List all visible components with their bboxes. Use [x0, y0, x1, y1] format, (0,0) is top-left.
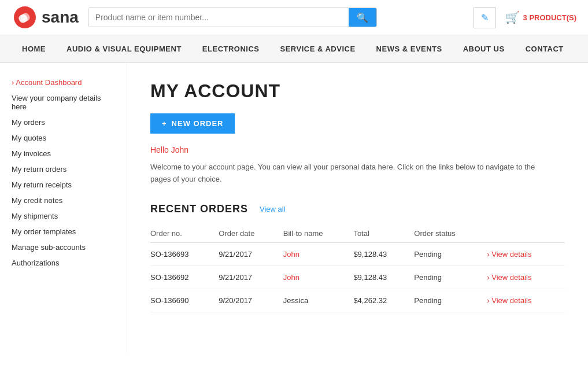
nav-home[interactable]: HOME — [12, 35, 56, 62]
col-order-date: Order date — [219, 224, 283, 243]
order-number: SO-136690 — [150, 289, 219, 312]
order-view-details[interactable]: › View details — [487, 266, 565, 289]
logo-icon — [12, 6, 38, 29]
search-button[interactable]: 🔍 — [349, 8, 376, 27]
bill-to-name: John — [283, 266, 354, 289]
search-icon: 🔍 — [357, 13, 368, 23]
col-status: Order status — [414, 224, 487, 243]
sidebar-item-dashboard[interactable]: › Account Dashboard — [12, 75, 115, 90]
sidebar-item-company[interactable]: View your company details here — [12, 90, 115, 115]
order-status: Pending — [414, 266, 487, 289]
sidebar-item-credit-notes[interactable]: My credit notes — [12, 193, 115, 208]
sidebar-item-orders[interactable]: My orders — [12, 115, 115, 130]
sidebar-item-return-receipts[interactable]: My return receipts — [12, 177, 115, 193]
sidebar: › Account Dashboard View your company de… — [0, 63, 127, 352]
sidebar-item-order-templates[interactable]: My order templates — [12, 224, 115, 239]
cart[interactable]: 🛒 3 PRODUCT(S) — [505, 10, 576, 24]
recent-orders-title: RECENT ORDERS — [150, 203, 248, 215]
logo[interactable]: sana — [12, 6, 79, 29]
edit-button[interactable]: ✎ — [474, 7, 496, 28]
sidebar-item-sub-accounts[interactable]: Manage sub-accounts — [12, 239, 115, 255]
orders-table: Order no. Order date Bill-to name Total … — [150, 224, 565, 312]
welcome-text: Welcome to your account page. You can vi… — [150, 161, 543, 186]
nav-audio[interactable]: AUDIO & VISUAL EQUIPMENT — [56, 35, 192, 62]
nav-news[interactable]: NEWS & EVENTS — [366, 35, 453, 62]
bill-to-name: Jessica — [283, 289, 354, 312]
order-date: 9/21/2017 — [219, 242, 283, 266]
order-date: 9/20/2017 — [219, 289, 283, 312]
main-content: MY ACCOUNT + NEW ORDER Hello John Welcom… — [127, 63, 588, 352]
search-input[interactable] — [88, 8, 349, 27]
order-number: SO-136692 — [150, 266, 219, 289]
logo-text: sana — [42, 8, 79, 27]
bill-to-name: John — [283, 242, 354, 266]
sidebar-item-return-orders[interactable]: My return orders — [12, 161, 115, 177]
order-total: $9,128.43 — [353, 242, 414, 266]
nav-contact[interactable]: CONTACT — [515, 35, 574, 62]
hello-text: Hello John — [150, 145, 565, 154]
order-total: $4,262.32 — [353, 289, 414, 312]
sidebar-item-quotes[interactable]: My quotes — [12, 130, 115, 146]
table-row: SO-136693 9/21/2017 John $9,128.43 Pendi… — [150, 242, 565, 266]
sidebar-item-invoices[interactable]: My invoices — [12, 146, 115, 161]
main-nav: HOME AUDIO & VISUAL EQUIPMENT ELECTRONIC… — [0, 35, 588, 63]
recent-orders-header: RECENT ORDERS View all — [150, 203, 565, 215]
order-total: $9,128.43 — [353, 266, 414, 289]
cart-icon: 🛒 — [505, 10, 520, 24]
col-actions — [487, 224, 565, 243]
nav-service[interactable]: SERVICE & ADVICE — [270, 35, 366, 62]
nav-electronics[interactable]: ELECTRONICS — [192, 35, 270, 62]
order-date: 9/21/2017 — [219, 266, 283, 289]
col-bill-to: Bill-to name — [283, 224, 354, 243]
plus-icon: + — [162, 119, 167, 128]
header: sana 🔍 ✎ 🛒 3 PRODUCT(S) — [0, 0, 588, 35]
col-order-no: Order no. — [150, 224, 219, 243]
sidebar-item-authorizations[interactable]: Authorizations — [12, 255, 115, 271]
cart-count: 3 PRODUCT(S) — [523, 13, 576, 22]
table-row: SO-136690 9/20/2017 Jessica $4,262.32 Pe… — [150, 289, 565, 312]
order-number: SO-136693 — [150, 242, 219, 266]
header-actions: ✎ 🛒 3 PRODUCT(S) — [474, 7, 576, 28]
page-container: › Account Dashboard View your company de… — [0, 63, 588, 352]
order-view-details[interactable]: › View details — [487, 242, 565, 266]
order-view-details[interactable]: › View details — [487, 289, 565, 312]
sidebar-item-shipments[interactable]: My shipments — [12, 208, 115, 224]
table-header-row: Order no. Order date Bill-to name Total … — [150, 224, 565, 243]
view-all-link[interactable]: View all — [260, 205, 286, 213]
page-title: MY ACCOUNT — [150, 80, 565, 102]
nav-about[interactable]: ABOUT US — [453, 35, 515, 62]
search-bar: 🔍 — [88, 8, 377, 27]
col-total: Total — [353, 224, 414, 243]
new-order-button[interactable]: + NEW ORDER — [150, 113, 235, 134]
order-status: Pending — [414, 242, 487, 266]
order-status: Pending — [414, 289, 487, 312]
edit-icon: ✎ — [481, 13, 489, 23]
table-row: SO-136692 9/21/2017 John $9,128.43 Pendi… — [150, 266, 565, 289]
